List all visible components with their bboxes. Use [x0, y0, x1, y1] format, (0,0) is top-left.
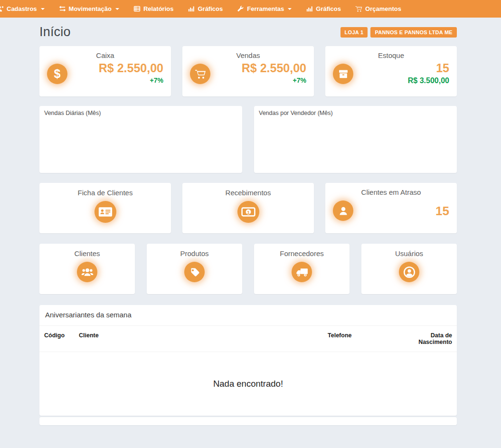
nav-item-orcamentos[interactable]: Orçamentos [348, 0, 408, 18]
nav-label: Movimentação [69, 5, 112, 12]
money-bill-icon: 1 [237, 201, 259, 223]
company-badge[interactable]: PANNOS E PANNOS LTDA ME [370, 27, 457, 38]
stats-row: Caixa $ R$ 2.550,00 +7% Vendas R$ 2.550,… [39, 46, 457, 96]
page-header: Início LOJA 1 PANNOS E PANNOS LTDA ME [39, 18, 457, 46]
nav-item-cadastros[interactable]: Cadastros [0, 0, 52, 18]
nav-label: Relatórios [143, 5, 174, 12]
bar-chart-icon [306, 5, 313, 12]
main-content: Início LOJA 1 PANNOS E PANNOS LTDA ME Ca… [39, 18, 457, 425]
nav-item-relatorios[interactable]: Relatórios [126, 0, 181, 18]
nav-label: Cadastros [7, 5, 37, 12]
dollar-icon: $ [47, 64, 67, 84]
chevron-down-icon [115, 8, 119, 10]
users-icon [77, 262, 97, 282]
nav-item-movimentacao[interactable]: Movimentação [52, 0, 126, 18]
stat-title: Estoque [333, 51, 449, 59]
column-header-telefone: Telefone [328, 332, 399, 345]
exchange-icon [59, 5, 66, 12]
nav-label: Ferramentas [247, 5, 284, 12]
card-title: Ficha de Clientes [47, 189, 163, 197]
user-circle-icon [399, 262, 419, 282]
stat-card-estoque[interactable]: Estoque 15 R$ 3.500,00 [325, 46, 457, 96]
user-icon [333, 200, 353, 221]
top-navbar: Cadastros Movimentação Relatórios Gráfic… [0, 0, 501, 18]
card-produtos[interactable]: Produtos [147, 244, 242, 294]
card-title: Clientes [47, 249, 127, 257]
card-title: Recebimentos [190, 189, 306, 197]
table-body: Nada encontrado! [39, 352, 457, 416]
cart-icon [355, 5, 362, 12]
panel-footer [39, 417, 457, 425]
stat-card-vendas[interactable]: Vendas R$ 2.550,00 +7% [182, 46, 314, 96]
chart-title: Vendas por Vendedor (Mês) [259, 110, 452, 116]
column-header-codigo: Código [44, 332, 79, 345]
tag-icon [184, 262, 205, 282]
chart-daily-sales: Vendas Diárias (Mês) [39, 106, 242, 173]
stat-title: Vendas [190, 51, 306, 59]
stat-card-caixa[interactable]: Caixa $ R$ 2.550,00 +7% [39, 46, 171, 96]
nav-item-graficos-2[interactable]: Gráficos [299, 0, 348, 18]
card-title: Fornecedores [262, 249, 342, 257]
store-badge[interactable]: LOJA 1 [340, 27, 368, 38]
column-header-cliente: Cliente [79, 332, 328, 345]
cart-icon [190, 64, 210, 84]
birthdays-panel: Aniversariantes da semana Código Cliente… [39, 305, 457, 416]
header-badges: LOJA 1 PANNOS E PANNOS LTDA ME [340, 27, 457, 38]
card-clientes[interactable]: Clientes [39, 244, 135, 294]
card-title: Usuários [369, 249, 449, 257]
card-ficha-de-clientes[interactable]: Ficha de Clientes [39, 183, 171, 233]
shortcuts-row-1: Ficha de Clientes Recebimentos 1 Cliente… [39, 183, 457, 233]
chevron-down-icon [41, 8, 45, 10]
user-plus-icon [0, 5, 4, 12]
column-header-data-nascimento: Data de Nascimento [399, 332, 452, 345]
nav-item-graficos-1[interactable]: Gráficos [180, 0, 230, 18]
panel-title: Aniversariantes da semana [39, 305, 457, 326]
card-usuarios[interactable]: Usuários [361, 244, 457, 294]
box-icon [333, 64, 353, 84]
nav-label: Gráficos [316, 5, 341, 12]
bar-chart-icon [188, 5, 195, 12]
chart-sales-by-seller: Vendas por Vendedor (Mês) [254, 106, 457, 173]
chevron-down-icon [288, 8, 292, 10]
charts-row: Vendas Diárias (Mês) Vendas por Vendedor… [39, 106, 457, 173]
card-title: Produtos [154, 249, 235, 257]
nav-label: Gráficos [198, 5, 223, 12]
wrench-icon [237, 5, 244, 12]
chart-title: Vendas Diárias (Mês) [44, 110, 237, 116]
truck-icon [292, 262, 312, 282]
table-header: Código Cliente Telefone Data de Nascimen… [39, 326, 457, 352]
id-card-icon [95, 201, 116, 223]
table-icon [133, 5, 141, 12]
nav-label: Orçamentos [365, 5, 401, 12]
card-fornecedores[interactable]: Fornecedores [254, 244, 350, 294]
shortcuts-row-2: Clientes Produtos Fornecedores Usuários [39, 244, 457, 294]
empty-message: Nada encontrado! [213, 379, 283, 389]
svg-text:1: 1 [247, 210, 250, 215]
page-title: Início [39, 25, 71, 39]
card-recebimentos[interactable]: Recebimentos 1 [182, 183, 314, 233]
card-title: Clientes em Atraso [333, 188, 449, 196]
stat-title: Caixa [47, 51, 163, 59]
nav-item-ferramentas[interactable]: Ferramentas [230, 0, 299, 18]
card-clientes-em-atraso[interactable]: Clientes em Atraso 15 [325, 183, 457, 233]
